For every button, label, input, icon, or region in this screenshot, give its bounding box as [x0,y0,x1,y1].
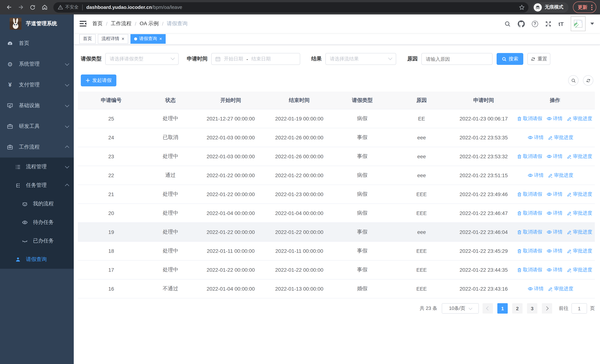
browser-menu-kebab-icon[interactable] [591,4,593,10]
update-label[interactable]: 更新 [578,4,587,10]
sidebar-item-system[interactable]: ⚙ 系统管理 [0,54,74,75]
page-button-2[interactable]: 2 [512,303,523,314]
eye-icon [22,219,28,225]
cell-id: 18 [78,242,145,260]
detail-action-link[interactable]: 详情 [547,115,562,122]
detail-action-link[interactable]: 详情 [547,191,562,197]
cancel-action-link[interactable]: 取消请假 [517,267,542,273]
sidebar-item-devtools[interactable]: 研发工具 [0,116,74,137]
help-icon[interactable]: ? [532,20,538,27]
page-button-3[interactable]: 3 [527,303,537,314]
github-icon[interactable] [518,20,525,27]
search-button[interactable]: 搜索 [497,53,523,65]
create-leave-button[interactable]: 发起请假 [81,75,116,86]
progress-action-link[interactable]: 审批进度 [548,172,573,179]
result-select[interactable]: 请选择流结果 [325,53,396,65]
sidebar-item-done-tasks[interactable]: 已办任务 [0,232,74,250]
detail-action-link[interactable]: 详情 [547,229,562,235]
leave-type-select[interactable]: 请选择请假类型 [105,53,179,65]
detail-action-link[interactable]: 详情 [528,285,544,292]
chevron-down-icon [65,164,69,168]
cell-type: 病假 [334,185,391,204]
detail-action-link[interactable]: 详情 [547,153,562,160]
breadcrumb-item[interactable]: 首页 [92,20,103,27]
cell-end: 2022-01-04 00:00:00 [265,204,334,223]
browser-home-icon[interactable] [39,2,50,12]
cancel-action-link[interactable]: 取消请假 [517,191,542,197]
apply-time-range-picker[interactable]: 开始日期 - 结束日期 [211,53,300,65]
progress-action-link[interactable]: 审批进度 [567,210,592,216]
close-icon[interactable]: × [159,36,162,41]
sidebar-item-workflow[interactable]: 工作流程 [0,137,74,158]
tab-leave-query[interactable]: 请假查询 × [130,34,166,44]
avatar-dropdown-caret-icon[interactable] [590,23,594,25]
cancel-action-link[interactable]: 取消请假 [517,210,542,216]
close-icon[interactable]: × [122,36,124,41]
sidebar-item-process-mgmt[interactable]: 流程管理 [0,158,74,176]
cancel-action-link[interactable]: 取消请假 [517,229,542,235]
cancel-action-link[interactable]: 取消请假 [517,153,542,160]
sidebar-item-leave-query[interactable]: 请假查询 [0,250,74,269]
browser-update-button[interactable]: 更新 [573,1,596,13]
sidebar-toggle-icon[interactable] [80,21,86,27]
security-label[interactable]: 不安全 [65,4,79,10]
delete-icon [517,192,522,197]
cell-end: 2022-01-11 00:00:00 [265,242,334,260]
breadcrumb-item[interactable]: 工作流程 [111,20,131,27]
action-label: 详情 [553,210,562,216]
progress-action-link[interactable]: 审批进度 [567,191,592,197]
next-page-button[interactable] [542,303,552,314]
fullscreen-icon[interactable] [545,20,552,27]
tab-process-detail[interactable]: 流程详情 × [98,34,128,44]
detail-action-link[interactable]: 详情 [547,267,562,273]
sidebar-item-payment[interactable]: ¥ 支付管理 [0,75,74,95]
goto-label: 前往 [559,305,569,312]
user-avatar[interactable] [571,16,586,31]
progress-action-link[interactable]: 审批进度 [567,267,592,273]
action-label: 审批进度 [573,153,592,160]
refresh-table-button[interactable] [583,75,593,86]
filter-form: 请假类型 请选择请假类型 申请时间 开始日期 - 结束日期 结果 [81,53,595,65]
sidebar-item-todo-tasks[interactable]: 待办任务 [0,213,74,232]
show-search-toggle-button[interactable] [568,75,579,86]
page-size-select[interactable]: 10条/页 [442,303,479,314]
prev-page-button[interactable] [483,303,493,314]
url-host[interactable]: dashboard.yudao.iocoder.cn [86,4,152,10]
breadcrumb-item[interactable]: OA 示例 [140,20,159,27]
sidebar-item-my-process[interactable]: 我的流程 [0,195,74,213]
cancel-action-link[interactable]: 取消请假 [517,248,542,254]
progress-action-link[interactable]: 审批进度 [567,153,592,160]
browser-forward-icon[interactable] [16,2,26,12]
font-size-icon[interactable]: tT [559,20,564,27]
reason-input[interactable] [421,53,493,65]
tab-home[interactable]: 首页 [79,34,96,44]
sidebar-item-task-mgmt[interactable]: 任务管理 [0,176,74,195]
reset-button[interactable]: 重置 [527,53,550,65]
detail-action-link[interactable]: 详情 [547,210,562,216]
page-button-1[interactable]: 1 [497,303,508,314]
browser-reload-icon[interactable] [28,2,38,12]
progress-action-link[interactable]: 审批进度 [567,115,592,122]
cell-actions: 取消请假详情审批进度 [515,204,595,223]
detail-action-link[interactable]: 详情 [547,248,562,254]
cell-start: 2022-01-22 00:00:00 [197,166,265,185]
cell-reason: eee [391,128,452,147]
sidebar-item-home[interactable]: 首页 [0,33,74,54]
progress-action-link[interactable]: 审批进度 [567,229,592,235]
url-bar[interactable]: 不安全 dashboard.yudao.iocoder.cn /bpm/oa/l… [53,2,528,12]
table-toolbar: 发起请假 [81,75,595,86]
progress-action-link[interactable]: 审批进度 [567,248,592,254]
sidebar-item-infra[interactable]: 基础设施 [0,95,74,116]
detail-action-link[interactable]: 详情 [528,134,544,141]
sidebar-item-label: 待办任务 [33,219,69,226]
progress-action-link[interactable]: 审批进度 [548,134,573,141]
bookmark-star-icon[interactable] [519,4,525,10]
progress-action-link[interactable]: 审批进度 [548,285,573,292]
header-search-icon[interactable] [504,20,511,27]
detail-action-link[interactable]: 详情 [528,172,544,179]
url-path[interactable]: /bpm/oa/leave [152,4,182,10]
app-logo[interactable]: 芋道管理系统 [0,14,74,33]
goto-page-input[interactable] [572,303,587,314]
cancel-action-link[interactable]: 取消请假 [517,115,542,122]
browser-back-icon[interactable] [4,2,14,12]
